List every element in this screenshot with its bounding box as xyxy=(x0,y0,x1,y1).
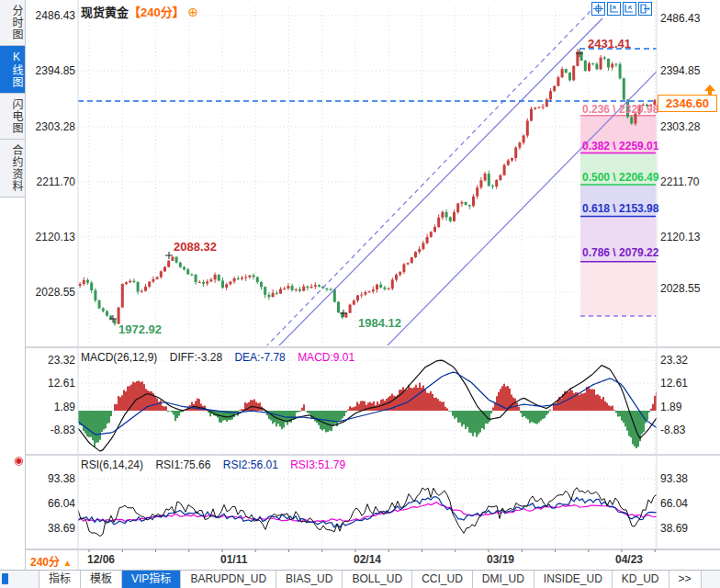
rsi-axis-label-left: 66.04 xyxy=(28,497,75,510)
indicator-tab-5[interactable]: BIAS_UD xyxy=(276,571,343,588)
indicator-tab-10[interactable]: KD_UD xyxy=(613,571,669,588)
macd-axis-label-right: 12.61 xyxy=(660,377,688,390)
price-annotation: 2088.32 xyxy=(174,240,217,254)
price-annotation: 2431.41 xyxy=(588,37,631,51)
period-badge: 【240分】 xyxy=(129,6,185,19)
time-axis-label: 04/23 xyxy=(615,553,643,566)
macd-axis-label-right: 1.89 xyxy=(660,401,681,413)
live-alert-icon[interactable]: ◉ xyxy=(14,454,23,467)
rsi-axis-label-left: 93.38 xyxy=(28,472,75,485)
rsi-axis-label-right: 93.38 xyxy=(660,472,688,485)
time-axis-label: 02/14 xyxy=(354,553,381,566)
price-axis-label-left: 2486.43 xyxy=(28,9,75,22)
indicator-tab-9[interactable]: INSIDE_UD xyxy=(534,571,613,588)
price-axis-label-right: 2211.70 xyxy=(660,175,700,188)
crosshair-icon[interactable] xyxy=(591,2,605,16)
chart-toolbar xyxy=(591,2,652,16)
indicator-tab-8[interactable]: DMI_UD xyxy=(473,571,534,588)
sidebar-tab-1[interactable]: 分时图 xyxy=(0,0,25,46)
price-annotation: 1972.92 xyxy=(118,322,162,336)
indicator-tab-4[interactable]: BARUPDN_UD xyxy=(181,571,276,588)
rsi-axis-label-left: 38.69 xyxy=(28,522,75,535)
macd-axis-label-left: 1.89 xyxy=(28,401,75,413)
price-axis-label-left: 2211.70 xyxy=(28,175,75,188)
chevron-up-icon: ▲ xyxy=(62,558,72,568)
time-axis-label: 03/19 xyxy=(487,553,514,566)
scale-left-icon[interactable] xyxy=(607,2,621,16)
price-axis-label-left: 2028.55 xyxy=(28,286,75,299)
price-axis-label-right: 2303.28 xyxy=(660,120,700,133)
indicator-tabbar: 指标模板VIP指标BARUPDN_UDBIAS_UDBOLL_UDCCI_UDD… xyxy=(0,570,720,588)
rsi-axis-label-right: 38.69 xyxy=(660,522,688,535)
time-axis-label: 12/06 xyxy=(87,553,115,566)
price-up-arrow-icon[interactable] xyxy=(704,85,715,96)
indicator-tab-6[interactable]: BOLL_UD xyxy=(343,571,412,588)
price-axis-label-right: 2486.43 xyxy=(660,12,700,25)
price-axis-label-right: 2394.85 xyxy=(660,64,700,77)
rsi-axis-label-right: 66.04 xyxy=(660,497,688,510)
panel-toggle-icon[interactable] xyxy=(2,573,8,584)
chart-type-sidebar: 分时图K线图闪电图合约资料 xyxy=(0,0,26,588)
indicator-tabs: 指标模板VIP指标BARUPDN_UDBIAS_UDBOLL_UDCCI_UDD… xyxy=(39,571,702,588)
time-axis-label: 01/11 xyxy=(220,553,247,566)
sidebar-tab-3[interactable]: 闪电图 xyxy=(0,94,25,140)
macd-macd-value: MACD:9.01 xyxy=(298,351,354,364)
sidebar-tab-2[interactable]: K线图 xyxy=(0,46,25,94)
macd-header: MACD(26,12,9) DIFF:-3.28 DEA:-7.78 MACD:… xyxy=(81,351,364,364)
price-axis-label-left: 2394.85 xyxy=(28,64,75,77)
macd-diff-value: DIFF:-3.28 xyxy=(170,351,222,364)
rsi-header: RSI(6,14,24) RSI1:75.66 RSI2:56.01 RSI3:… xyxy=(81,458,354,471)
timeframe-label[interactable]: 240分 ▲ xyxy=(30,553,72,569)
rsi1-value: RSI1:75.66 xyxy=(155,458,210,471)
fib-level-label: 0.618 \ 2153.98 xyxy=(582,202,658,215)
fib-level-label: 0.500 \ 2206.49 xyxy=(582,171,658,184)
fib-level-label: 0.786 \ 2079.22 xyxy=(582,246,658,259)
indicator-tab-2[interactable]: 模板 xyxy=(81,571,122,588)
macd-axis-label-left: 23.32 xyxy=(28,354,75,367)
add-indicator-icon[interactable]: ⊕ xyxy=(187,5,198,19)
trading-app-window: 分时图K线图闪电图合约资料 现货黄金【240分】 ⊕ 0.236 \ 2320.… xyxy=(0,0,720,588)
price-axis-label-right: 2028.55 xyxy=(660,282,700,295)
macd-axis-label-left: 12.61 xyxy=(28,377,75,390)
macd-dea-value: DEA:-7.78 xyxy=(234,351,285,364)
fib-level-label: 0.382 \ 2259.01 xyxy=(582,140,658,153)
fib-level-label: 0.236 \ 2320.98 xyxy=(582,103,658,116)
macd-axis-label-right: -8.83 xyxy=(660,424,685,436)
sidebar-tab-4[interactable]: 合约资料 xyxy=(0,140,25,198)
macd-axis-label-right: 23.32 xyxy=(660,354,688,367)
chart-title: 现货黄金【240分】 ⊕ xyxy=(81,3,198,20)
indicator-tab-11[interactable]: >> xyxy=(669,571,702,588)
indicator-tab-7[interactable]: CCI_UD xyxy=(412,571,473,588)
symbol-name: 现货黄金 xyxy=(81,6,129,19)
macd-title: MACD(26,12,9) xyxy=(81,351,157,364)
indicator-tab-1[interactable]: 指标 xyxy=(39,571,81,588)
indicator-tab-3[interactable]: VIP指标 xyxy=(122,571,181,588)
exit-icon[interactable] xyxy=(638,2,652,16)
price-axis-label-right: 2120.13 xyxy=(660,231,700,243)
rsi-title: RSI(6,14,24) xyxy=(81,458,143,471)
chart-canvas[interactable] xyxy=(0,0,720,588)
rsi2-value: RSI2:56.01 xyxy=(223,458,278,471)
price-annotation: 1984.12 xyxy=(358,316,401,330)
scale-right-icon[interactable] xyxy=(623,2,636,16)
current-price-badge: 2346.60 xyxy=(658,95,717,112)
price-axis-label-left: 2120.13 xyxy=(28,231,75,243)
rsi3-value: RSI3:51.79 xyxy=(290,458,345,471)
price-axis-label-left: 2303.28 xyxy=(28,120,75,133)
macd-axis-label-left: -8.83 xyxy=(28,424,75,436)
